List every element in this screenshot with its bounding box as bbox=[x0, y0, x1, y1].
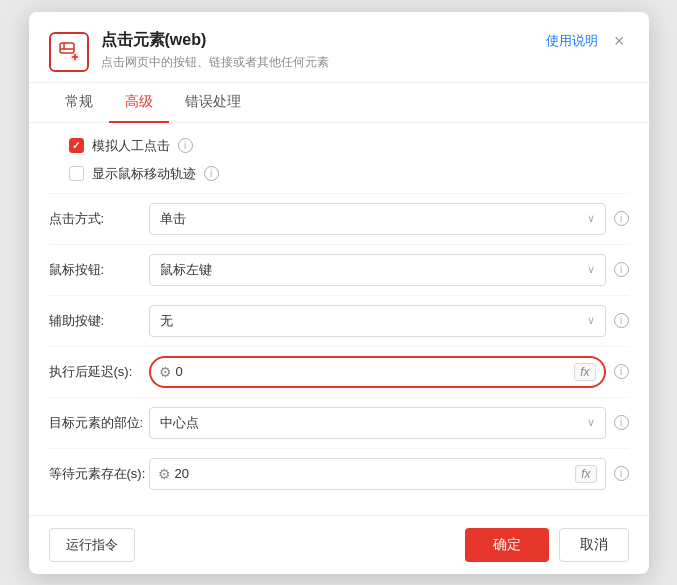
target-part-select[interactable]: 中心点 ∨ bbox=[149, 407, 606, 439]
wait-element-gear-icon: ⚙ bbox=[158, 466, 171, 482]
modifier-key-label: 辅助按键: bbox=[49, 312, 149, 330]
tabs-bar: 常规 高级 错误处理 bbox=[29, 83, 649, 123]
dialog-header-right: 使用说明 × bbox=[546, 30, 629, 52]
target-part-value: 中心点 bbox=[160, 414, 199, 432]
mouse-btn-chevron-icon: ∨ bbox=[587, 263, 595, 276]
dialog-header-left: 点击元素(web) 点击网页中的按钮、链接或者其他任何元素 bbox=[49, 30, 329, 72]
exec-delay-fx-btn[interactable]: fx bbox=[574, 363, 595, 381]
mouse-track-checkbox[interactable] bbox=[69, 166, 84, 181]
exec-delay-input[interactable]: ⚙ 0 fx bbox=[149, 356, 606, 388]
target-part-info-icon[interactable]: i bbox=[614, 415, 629, 430]
target-part-label: 目标元素的部位: bbox=[49, 414, 149, 432]
svg-rect-0 bbox=[60, 43, 74, 53]
form-row-modifier-key: 辅助按键: 无 ∨ i bbox=[49, 295, 629, 346]
exec-delay-value: 0 bbox=[176, 364, 183, 379]
help-link[interactable]: 使用说明 bbox=[546, 32, 598, 50]
mouse-btn-info-icon[interactable]: i bbox=[614, 262, 629, 277]
simulate-click-info-icon[interactable]: i bbox=[178, 138, 193, 153]
form-row-wait-element: 等待元素存在(s): ⚙ 20 fx i bbox=[49, 448, 629, 499]
wait-element-value: 20 bbox=[175, 466, 189, 481]
target-part-chevron-icon: ∨ bbox=[587, 416, 595, 429]
wait-element-fx-btn[interactable]: fx bbox=[575, 465, 596, 483]
footer-actions: 确定 取消 bbox=[465, 528, 629, 562]
click-type-select[interactable]: 单击 ∨ bbox=[149, 203, 606, 235]
mouse-btn-control: 鼠标左键 ∨ i bbox=[149, 254, 629, 286]
wait-element-input[interactable]: ⚙ 20 fx bbox=[149, 458, 606, 490]
dialog-title-area: 点击元素(web) 点击网页中的按钮、链接或者其他任何元素 bbox=[101, 30, 329, 71]
checkbox-row-simulate: 模拟人工点击 i bbox=[49, 137, 629, 155]
cancel-button[interactable]: 取消 bbox=[559, 528, 629, 562]
form-row-mouse-btn: 鼠标按钮: 鼠标左键 ∨ i bbox=[49, 244, 629, 295]
mouse-btn-label: 鼠标按钮: bbox=[49, 261, 149, 279]
simulate-click-label: 模拟人工点击 bbox=[92, 137, 170, 155]
form-row-exec-delay: 执行后延迟(s): ⚙ 0 fx i bbox=[49, 346, 629, 397]
close-button[interactable]: × bbox=[610, 30, 629, 52]
wait-element-control: ⚙ 20 fx i bbox=[149, 458, 629, 490]
modifier-key-control: 无 ∨ i bbox=[149, 305, 629, 337]
dialog-body: 模拟人工点击 i 显示鼠标移动轨迹 i 点击方式: 单击 ∨ i 鼠标按钮: bbox=[29, 123, 649, 515]
click-element-icon bbox=[57, 40, 81, 64]
dialog-footer: 运行指令 确定 取消 bbox=[29, 515, 649, 574]
confirm-button[interactable]: 确定 bbox=[465, 528, 549, 562]
dialog-subtitle: 点击网页中的按钮、链接或者其他任何元素 bbox=[101, 54, 329, 71]
click-type-value: 单击 bbox=[160, 210, 186, 228]
mouse-track-info-icon[interactable]: i bbox=[204, 166, 219, 181]
click-type-control: 单击 ∨ i bbox=[149, 203, 629, 235]
dialog-icon bbox=[49, 32, 89, 72]
mouse-track-label: 显示鼠标移动轨迹 bbox=[92, 165, 196, 183]
modifier-key-value: 无 bbox=[160, 312, 173, 330]
click-type-info-icon[interactable]: i bbox=[614, 211, 629, 226]
checkbox-row-mouse-track: 显示鼠标移动轨迹 i bbox=[49, 165, 629, 183]
click-type-chevron-icon: ∨ bbox=[587, 212, 595, 225]
exec-delay-control: ⚙ 0 fx i bbox=[149, 356, 629, 388]
tab-error-handling[interactable]: 错误处理 bbox=[169, 83, 257, 123]
form-row-target-part: 目标元素的部位: 中心点 ∨ i bbox=[49, 397, 629, 448]
mouse-btn-value: 鼠标左键 bbox=[160, 261, 212, 279]
tab-normal[interactable]: 常规 bbox=[49, 83, 109, 123]
exec-delay-label: 执行后延迟(s): bbox=[49, 363, 149, 381]
form-row-click-type: 点击方式: 单击 ∨ i bbox=[49, 193, 629, 244]
run-command-button[interactable]: 运行指令 bbox=[49, 528, 135, 562]
click-type-label: 点击方式: bbox=[49, 210, 149, 228]
wait-element-info-icon[interactable]: i bbox=[614, 466, 629, 481]
simulate-click-checkbox[interactable] bbox=[69, 138, 84, 153]
wait-element-label: 等待元素存在(s): bbox=[49, 465, 149, 483]
exec-delay-info-icon[interactable]: i bbox=[614, 364, 629, 379]
dialog: 点击元素(web) 点击网页中的按钮、链接或者其他任何元素 使用说明 × 常规 … bbox=[29, 12, 649, 574]
mouse-btn-select[interactable]: 鼠标左键 ∨ bbox=[149, 254, 606, 286]
dialog-header: 点击元素(web) 点击网页中的按钮、链接或者其他任何元素 使用说明 × bbox=[29, 12, 649, 83]
target-part-control: 中心点 ∨ i bbox=[149, 407, 629, 439]
dialog-title: 点击元素(web) bbox=[101, 30, 329, 51]
modifier-key-select[interactable]: 无 ∨ bbox=[149, 305, 606, 337]
tab-advanced[interactable]: 高级 bbox=[109, 83, 169, 123]
exec-delay-gear-icon: ⚙ bbox=[159, 364, 172, 380]
modifier-key-info-icon[interactable]: i bbox=[614, 313, 629, 328]
modifier-key-chevron-icon: ∨ bbox=[587, 314, 595, 327]
